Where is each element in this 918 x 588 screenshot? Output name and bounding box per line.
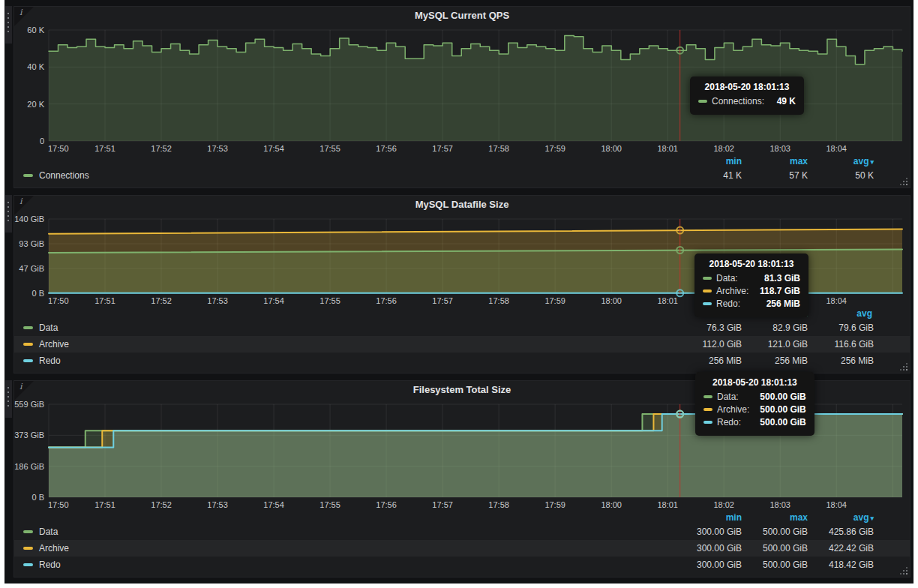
series-dash-icon — [704, 395, 712, 398]
legend-min-value: 300.00 GiB — [676, 560, 742, 570]
svg-text:17:53: 17:53 — [207, 144, 228, 153]
series-dash-icon — [704, 408, 712, 411]
legend-min-value: 300.00 GiB — [676, 543, 742, 554]
svg-text:17:54: 17:54 — [263, 500, 284, 509]
legend-row-archive: Archive 300.00 GiB 500.00 GiB 422.42 GiB — [14, 540, 910, 556]
legend-header-max[interactable]: max — [742, 156, 808, 166]
legend-min-value: 41 K — [676, 170, 742, 181]
svg-text:17:51: 17:51 — [94, 296, 116, 305]
series-toggle-archive[interactable]: Archive — [23, 543, 69, 554]
legend-header-avg[interactable]: avg — [808, 308, 874, 319]
svg-text:559 GiB: 559 GiB — [14, 400, 44, 409]
panel-drag-handle-icon[interactable] — [5, 380, 12, 418]
svg-text:18:00: 18:00 — [601, 144, 622, 153]
tooltip-timestamp: 2018-05-20 18:01:13 — [698, 82, 796, 92]
series-dash-icon — [698, 100, 707, 103]
svg-text:18:01: 18:01 — [657, 500, 678, 509]
svg-text:17:54: 17:54 — [263, 144, 284, 153]
legend-row-data: Data 300.00 GiB 500.00 GiB 425.86 GiB — [14, 524, 910, 540]
svg-text:18:02: 18:02 — [713, 144, 734, 153]
legend-header-max[interactable]: max — [742, 512, 808, 523]
svg-text:186 GiB: 186 GiB — [14, 462, 44, 471]
panel-resize-handle[interactable] — [899, 177, 908, 186]
svg-text:18:01: 18:01 — [657, 296, 678, 305]
legend-max-value: 500.00 GiB — [742, 526, 808, 537]
legend-min-value: 76.3 GiB — [676, 322, 742, 333]
legend-header-avg[interactable]: avg▾ — [808, 156, 874, 166]
svg-text:20 K: 20 K — [27, 100, 44, 109]
legend-header-min[interactable]: min — [676, 156, 742, 166]
svg-text:47 GiB: 47 GiB — [19, 264, 44, 273]
tooltip-row-redo: Redo: 256 MiB — [703, 298, 800, 309]
legend-row-redo: Redo 256 MiB 256 MiB 256 MiB — [14, 352, 910, 369]
svg-text:17:51: 17:51 — [94, 500, 116, 509]
legend-header: min max avg▾ — [14, 154, 910, 167]
series-name: Archive — [39, 543, 69, 554]
series-dash-icon — [23, 530, 33, 533]
series-toggle-data[interactable]: Data — [23, 526, 58, 537]
legend-min-value: 256 MiB — [676, 356, 742, 366]
svg-text:17:50: 17:50 — [48, 500, 69, 509]
svg-text:17:53: 17:53 — [207, 500, 228, 509]
series-toggle-redo[interactable]: Redo — [23, 560, 61, 570]
panel-resize-handle[interactable] — [899, 566, 908, 575]
legend-max-value: 256 MiB — [742, 356, 808, 366]
tooltip-row-data: Data: 81.3 GiB — [703, 273, 800, 284]
legend-header-avg[interactable]: avg▾ — [808, 512, 874, 523]
legend-header-min[interactable]: min — [676, 512, 742, 523]
svg-text:17:52: 17:52 — [151, 500, 172, 509]
svg-text:17:55: 17:55 — [320, 296, 340, 305]
series-name: Connections — [39, 170, 89, 181]
panel-title[interactable]: MySQL Datafile Size — [14, 196, 910, 213]
info-icon: i — [20, 382, 22, 392]
legend-min-value: 300.00 GiB — [676, 526, 742, 537]
tooltip-row-data: Data: 500.00 GiB — [704, 392, 806, 402]
info-icon: i — [20, 196, 22, 206]
series-name: Archive — [39, 339, 69, 350]
tooltip-timestamp: 2018-05-20 18:01:13 — [704, 377, 806, 388]
panel-title[interactable]: MySQL Current QPS — [14, 7, 910, 24]
tooltip-row-connections: Connections: 49 K — [698, 96, 796, 106]
svg-text:17:54: 17:54 — [263, 296, 284, 305]
svg-text:17:55: 17:55 — [320, 500, 340, 509]
series-toggle-data[interactable]: Data — [23, 322, 58, 333]
series-dash-icon — [23, 359, 33, 362]
svg-text:18:00: 18:00 — [601, 296, 622, 305]
svg-text:18:00: 18:00 — [601, 500, 622, 509]
legend-avg-value: 50 K — [808, 170, 874, 181]
series-dash-icon — [23, 326, 33, 329]
legend-avg-value: 425.86 GiB — [808, 526, 874, 537]
legend-min-value: 112.0 GiB — [676, 339, 742, 350]
series-toggle-connections[interactable]: Connections — [23, 170, 89, 181]
series-dash-icon — [23, 547, 33, 550]
svg-text:0 B: 0 B — [32, 289, 44, 298]
legend-avg-value: 418.42 GiB — [808, 560, 874, 570]
legend-avg-value: 256 MiB — [808, 356, 874, 366]
series-name: Data — [39, 526, 58, 537]
svg-text:140 GiB: 140 GiB — [14, 214, 44, 224]
svg-text:18:01: 18:01 — [657, 144, 678, 153]
panel-drag-handle-icon[interactable] — [5, 6, 12, 44]
svg-text:17:56: 17:56 — [376, 296, 397, 305]
series-dash-icon — [23, 343, 33, 346]
tooltip-row-archive: Archive: 118.7 GiB — [703, 286, 800, 296]
svg-text:18:03: 18:03 — [770, 500, 790, 509]
svg-text:17:51: 17:51 — [94, 144, 116, 153]
svg-text:40 K: 40 K — [27, 62, 44, 71]
legend-avg-value: 79.6 GiB — [808, 322, 874, 333]
svg-text:17:52: 17:52 — [151, 144, 172, 153]
info-icon: i — [20, 8, 22, 17]
tooltip-datafile: 2018-05-20 18:01:13 Data: 81.3 GiB Archi… — [694, 254, 808, 317]
svg-text:0: 0 — [40, 136, 44, 146]
legend-row-archive: Archive 112.0 GiB 121.0 GiB 116.6 GiB — [14, 336, 910, 352]
tooltip-row-archive: Archive: 500.00 GiB — [704, 404, 806, 415]
tooltip-filesystem: 2018-05-20 18:01:13 Data: 500.00 GiB Arc… — [695, 372, 814, 436]
series-toggle-archive[interactable]: Archive — [23, 339, 69, 350]
filesystem-legend: min max avg▾ Data 300.00 GiB 500.00 GiB … — [14, 511, 910, 577]
svg-text:93 GiB: 93 GiB — [19, 239, 44, 248]
panel-drag-handle-icon[interactable] — [5, 195, 12, 232]
svg-text:373 GiB: 373 GiB — [14, 430, 44, 440]
series-toggle-redo[interactable]: Redo — [23, 356, 61, 366]
panel-resize-handle[interactable] — [899, 362, 908, 371]
series-dash-icon — [703, 290, 712, 292]
